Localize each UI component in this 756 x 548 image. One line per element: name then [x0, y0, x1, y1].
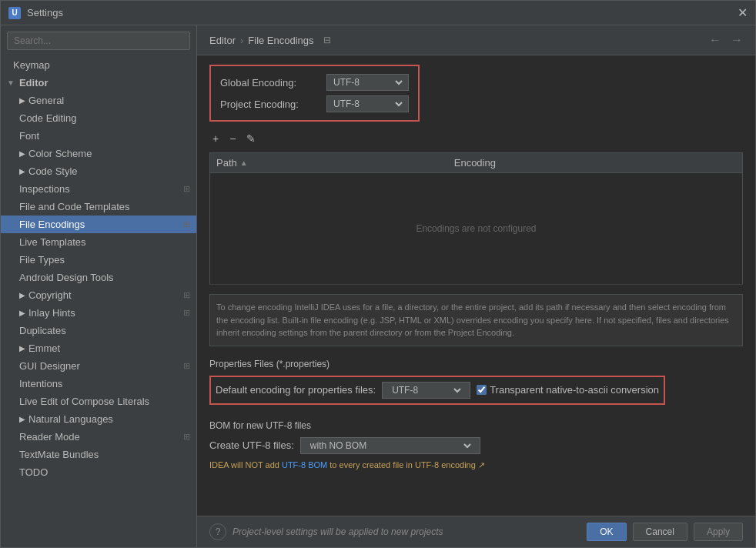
color-scheme-label: Color Scheme — [28, 148, 92, 159]
keymap-label: Keymap — [13, 59, 50, 71]
editor-label: Editor — [19, 77, 49, 89]
sidebar-item-code-style[interactable]: ▶ Code Style — [1, 162, 196, 180]
breadcrumb-parent: Editor — [209, 35, 236, 46]
copyright-label: Copyright — [28, 289, 72, 301]
add-button[interactable]: + — [209, 131, 222, 146]
bom-dropdown[interactable]: with NO BOM with BOM with BOM if Windows… — [307, 439, 473, 452]
sidebar-list: Keymap ▼ Editor ▶ General Code Editing F… — [1, 56, 196, 547]
sidebar-item-live-templates[interactable]: Live Templates — [1, 233, 196, 251]
sidebar-item-file-code-templates[interactable]: File and Code Templates — [1, 198, 196, 216]
bom-note-suffix: to every created file in UTF-8 encoding … — [327, 460, 485, 469]
remove-button[interactable]: − — [226, 131, 239, 146]
sidebar-item-intentions[interactable]: Intentions — [1, 375, 196, 393]
bom-link[interactable]: UTF-8 BOM — [282, 460, 327, 469]
sidebar-item-inlay-hints[interactable]: ▶ Inlay Hints ⊞ — [1, 304, 196, 322]
emmet-expand-icon: ▶ — [19, 344, 25, 353]
copyright-settings-icon: ⊞ — [183, 290, 190, 300]
live-templates-label: Live Templates — [19, 236, 85, 248]
natural-languages-expand-icon: ▶ — [19, 415, 25, 423]
global-encoding-select[interactable]: UTF-8 UTF-16 ISO-8859-1 windows-1251 US-… — [326, 74, 409, 91]
inlay-hints-label: Inlay Hints — [28, 307, 75, 319]
properties-encoding-select[interactable]: UTF-8 UTF-16 ISO-8859-1 windows-1251 — [382, 382, 470, 399]
transparent-conversion-checkbox-label[interactable]: Transparent native-to-ascii conversion — [477, 384, 659, 396]
close-button[interactable]: ✕ — [738, 5, 748, 20]
sidebar: Keymap ▼ Editor ▶ General Code Editing F… — [1, 25, 197, 547]
file-encodings-label: File Encodings — [19, 219, 85, 230]
sidebar-item-live-edit[interactable]: Live Edit of Compose Literals — [1, 393, 196, 410]
edit-button[interactable]: ✎ — [243, 131, 259, 146]
sidebar-item-font[interactable]: Font — [1, 127, 196, 145]
default-encoding-label: Default encoding for properties files: — [216, 384, 376, 396]
encoding-table: Path ▲ Encoding Encodings are not config… — [209, 152, 743, 285]
sidebar-search-area — [1, 25, 196, 56]
natural-languages-label: Natural Languages — [28, 413, 113, 425]
search-input[interactable] — [7, 32, 190, 50]
sidebar-item-duplicates[interactable]: Duplicates — [1, 322, 196, 339]
sidebar-item-file-types[interactable]: File Types — [1, 251, 196, 269]
col-path-header[interactable]: Path ▲ — [210, 153, 448, 173]
general-label: General — [28, 95, 64, 106]
sidebar-item-todo[interactable]: TODO — [1, 463, 196, 481]
properties-encoding-dropdown[interactable]: UTF-8 UTF-16 ISO-8859-1 windows-1251 — [389, 384, 463, 396]
panel-header: Editor › File Encodings ⊟ ← → — [197, 25, 755, 55]
nav-back-arrow[interactable]: ← — [709, 33, 721, 47]
reader-mode-label: Reader Mode — [19, 431, 80, 443]
bom-row: Create UTF-8 files: with NO BOM with BOM… — [209, 437, 743, 454]
sidebar-item-natural-languages[interactable]: ▶ Natural Languages — [1, 410, 196, 428]
code-style-expand-icon: ▶ — [19, 167, 25, 175]
sidebar-item-reader-mode[interactable]: Reader Mode ⊞ — [1, 428, 196, 446]
sidebar-item-code-editing[interactable]: Code Editing — [1, 109, 196, 127]
sort-icon: ▲ — [240, 159, 248, 167]
inspections-label: Inspections — [19, 183, 70, 195]
gui-designer-settings-icon: ⊞ — [183, 361, 190, 371]
bom-note-prefix: IDEA will NOT add — [209, 460, 282, 469]
copyright-expand-icon: ▶ — [19, 291, 25, 299]
duplicates-label: Duplicates — [19, 325, 66, 336]
empty-table-row: Encodings are not configured — [210, 173, 743, 285]
file-types-label: File Types — [19, 254, 65, 266]
intentions-label: Intentions — [19, 378, 62, 389]
android-design-tools-label: Android Design Tools — [19, 272, 114, 283]
ok-button[interactable]: OK — [587, 523, 626, 541]
app-icon: U — [8, 7, 21, 19]
bom-select[interactable]: with NO BOM with BOM with BOM if Windows… — [300, 437, 480, 454]
code-style-label: Code Style — [28, 165, 78, 177]
sidebar-item-android-design-tools[interactable]: Android Design Tools — [1, 269, 196, 286]
project-encoding-row: Project Encoding: UTF-8 UTF-16 ISO-8859-… — [220, 95, 409, 112]
col-encoding-header[interactable]: Encoding — [448, 153, 743, 173]
global-encoding-row: Global Encoding: UTF-8 UTF-16 ISO-8859-1… — [220, 74, 409, 91]
sidebar-item-gui-designer[interactable]: GUI Designer ⊞ — [1, 357, 196, 375]
help-button[interactable]: ? — [209, 523, 226, 540]
sidebar-item-file-encodings[interactable]: File Encodings ⊞ — [1, 216, 196, 233]
bom-section-title: BOM for new UTF-8 files — [209, 420, 743, 431]
font-label: Font — [19, 130, 39, 142]
sidebar-item-textmate-bundles[interactable]: TextMate Bundles — [1, 446, 196, 463]
global-encoding-dropdown[interactable]: UTF-8 UTF-16 ISO-8859-1 windows-1251 US-… — [330, 76, 405, 89]
sidebar-item-keymap[interactable]: Keymap — [1, 56, 196, 74]
project-encoding-dropdown[interactable]: UTF-8 UTF-16 ISO-8859-1 windows-1251 US-… — [330, 98, 405, 110]
global-encoding-label: Global Encoding: — [220, 77, 320, 89]
sidebar-item-emmet[interactable]: ▶ Emmet — [1, 339, 196, 357]
properties-encoding-row: Default encoding for properties files: U… — [209, 376, 665, 405]
apply-button[interactable]: Apply — [694, 523, 743, 541]
project-encoding-select[interactable]: UTF-8 UTF-16 ISO-8859-1 windows-1251 US-… — [326, 95, 409, 112]
sidebar-item-inspections[interactable]: Inspections ⊞ — [1, 180, 196, 198]
transparent-conversion-checkbox[interactable] — [477, 385, 487, 395]
bottom-message: Project-level settings will be applied t… — [232, 526, 580, 537]
cancel-button[interactable]: Cancel — [633, 523, 687, 541]
sidebar-item-copyright[interactable]: ▶ Copyright ⊞ — [1, 286, 196, 304]
info-text: To change encoding IntelliJ IDEA uses fo… — [209, 294, 743, 346]
bom-section: BOM for new UTF-8 files Create UTF-8 fil… — [209, 420, 743, 470]
breadcrumb: Editor › File Encodings — [209, 35, 314, 46]
inlay-hints-expand-icon: ▶ — [19, 309, 25, 317]
properties-row-wrapper: Default encoding for properties files: U… — [209, 376, 743, 411]
gui-designer-label: GUI Designer — [19, 360, 80, 372]
nav-forward-arrow[interactable]: → — [731, 33, 743, 47]
sidebar-item-editor[interactable]: ▼ Editor — [1, 74, 196, 92]
sidebar-item-general[interactable]: ▶ General — [1, 92, 196, 109]
sidebar-item-color-scheme[interactable]: ▶ Color Scheme — [1, 145, 196, 162]
project-encoding-label: Project Encoding: — [220, 99, 320, 110]
title-bar: U Settings ✕ — [1, 1, 755, 25]
properties-section-title: Properties Files (*.properties) — [209, 359, 743, 369]
bookmark-icon[interactable]: ⊟ — [323, 35, 331, 45]
